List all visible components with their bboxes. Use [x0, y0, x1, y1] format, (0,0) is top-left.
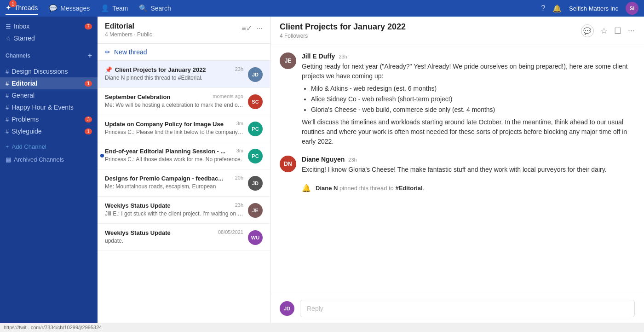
channel-name: Editorial — [105, 22, 152, 30]
thread-time: 23h — [235, 66, 243, 72]
channel-hash-icon: # — [6, 80, 9, 87]
reply-input[interactable] — [300, 300, 635, 317]
thread-item[interactable]: September Celebration moments ago Me: We… — [98, 88, 270, 115]
happyhour-label: Happy Hour & Events — [12, 104, 92, 111]
thread-item-content: 📌 Client Projects for January 2022 23h D… — [105, 66, 243, 81]
thread-time: 23h — [235, 202, 243, 208]
thread-detail: Client Projects for January 2022 4 Follo… — [270, 17, 644, 323]
thread-preview: Me: We will be hosting a celebration to … — [105, 102, 243, 108]
message-text: Getting ready for next year ("Already?" … — [302, 62, 635, 146]
thread-avatar: SC — [248, 94, 263, 109]
nav-search-label: Search — [150, 5, 171, 12]
reply-avatar: JD — [280, 301, 294, 316]
thread-avatar: JD — [248, 176, 263, 191]
thread-detail-title: Client Projects for January 2022 — [280, 22, 406, 32]
message-group: JE Jill E Duffy 23h Getting ready for ne… — [280, 52, 635, 146]
add-channel-button[interactable]: + Add Channel — [0, 141, 98, 152]
nav-right: ? 🔔 Selfish Matters Inc SI — [541, 2, 638, 15]
message-list: Milo & Atkins - web redesign (est. 6 mon… — [311, 84, 635, 115]
comment-icon[interactable]: 💬 — [581, 24, 594, 37]
sidebar-item-styleguide[interactable]: # Styleguide 1 — [0, 125, 98, 137]
user-avatar[interactable]: SI — [626, 2, 638, 15]
thread-list-header-left: Editorial 4 Members · Public — [105, 22, 152, 38]
edit-detail-icon[interactable]: ☐ — [614, 26, 621, 36]
star-outline-icon[interactable]: ☆ — [600, 26, 608, 36]
thread-item[interactable]: Designs for Premio Campaign - feedbac...… — [98, 169, 270, 197]
thread-detail-actions: 💬 ☆ ☐ ··· — [581, 24, 635, 37]
thread-item-header: Update on Company Policy for Image Use 3… — [105, 121, 243, 128]
styleguide-label: Styleguide — [12, 128, 82, 135]
channel-hash-icon: # — [6, 116, 9, 123]
channels-list: # Design Discussions # Editorial 1 # Gen… — [0, 62, 98, 141]
nav-messages[interactable]: 💬 Messages — [49, 2, 90, 14]
pin-text: Diane N pinned this thread to #Editorial… — [316, 185, 424, 192]
thread-reply-box: JD — [270, 294, 644, 323]
pinner-name: Diane N — [316, 185, 338, 192]
sidebar-item-archived[interactable]: ▤ Archived Channels — [0, 152, 98, 167]
thread-detail-header-left: Client Projects for January 2022 4 Follo… — [280, 22, 406, 39]
sidebar-item-inbox[interactable]: ☰ Inbox 7 — [0, 20, 98, 32]
thread-item-header: Weeklys Status Update 23h — [105, 202, 243, 209]
thread-list-panel: Editorial 4 Members · Public ≡✓ ··· ✏ Ne… — [98, 17, 270, 323]
thread-preview: Diane N pinned this thread to #Editorial… — [105, 75, 243, 81]
channels-header: Channels + — [0, 48, 98, 62]
sidebar-item-general[interactable]: # General ··· — [0, 89, 98, 101]
nav-search[interactable]: 🔍 Search — [139, 2, 171, 14]
detail-more-icon[interactable]: ··· — [628, 26, 635, 35]
nav-team-label: Team — [112, 5, 128, 12]
thread-title: 📌 Client Projects for January 2022 — [105, 66, 231, 73]
archived-label: Archived Channels — [14, 156, 64, 163]
check-lines-icon[interactable]: ≡✓ — [242, 24, 252, 33]
channel-hash-icon: # — [6, 68, 9, 75]
archive-icon: ▤ — [6, 156, 11, 163]
design-label: Design Discussions — [12, 68, 92, 75]
channel-hash-icon: # — [6, 92, 9, 99]
thread-item[interactable]: End-of-year Editorial Planning Session -… — [98, 142, 270, 169]
nav-team[interactable]: 👤 Team — [101, 2, 128, 14]
message-time: 23h — [339, 54, 347, 59]
search-icon: 🔍 — [139, 4, 148, 12]
thread-list-header-actions: ≡✓ ··· — [242, 24, 263, 33]
edit-icon: ✏ — [105, 48, 110, 56]
thread-title: Weeklys Status Update — [105, 229, 214, 236]
sidebar-item-starred[interactable]: ☆ Starred — [0, 32, 98, 44]
channels-header-label: Channels — [6, 52, 30, 59]
thread-time: 3m — [236, 148, 243, 153]
nav-threads[interactable]: ✦ Threads 1 — [6, 2, 38, 15]
message-text: Exciting! I know Gloria's Cheese! The ma… — [302, 165, 635, 175]
thread-avatar: WU — [248, 230, 263, 245]
thread-item[interactable]: Update on Company Policy for Image Use 3… — [98, 115, 270, 142]
message-avatar: JE — [280, 52, 296, 69]
message-header: Diane Nguyen 23h — [302, 156, 635, 163]
thread-messages: JE Jill E Duffy 23h Getting ready for ne… — [270, 45, 644, 294]
status-url: https://twit...com/r/7334/ch/10299/j/299… — [4, 325, 102, 330]
help-icon[interactable]: ? — [541, 4, 545, 12]
message-header: Jill E Duffy 23h — [302, 52, 635, 60]
channel-hash-icon: # — [6, 128, 9, 135]
thread-detail-header: Client Projects for January 2022 4 Follo… — [270, 17, 644, 45]
nav-messages-label: Messages — [60, 5, 90, 12]
new-thread-button[interactable]: ✏ New thread — [98, 44, 270, 61]
message-avatar: DN — [280, 156, 296, 172]
thread-item[interactable]: Weeklys Status Update 08/05/2021 update.… — [98, 224, 270, 251]
thread-item-content: Designs for Premio Campaign - feedbac...… — [105, 175, 243, 190]
thread-list: 📌 Client Projects for January 2022 23h D… — [98, 61, 270, 323]
sidebar-main-section: ☰ Inbox 7 ☆ Starred — [0, 17, 98, 48]
thread-avatar: JD — [248, 67, 263, 82]
thread-item[interactable]: 📌 Client Projects for January 2022 23h D… — [98, 61, 270, 88]
user-name: Selfish Matters Inc — [569, 5, 618, 12]
bell-icon[interactable]: 🔔 — [552, 4, 562, 13]
thread-title: Designs for Premio Campaign - feedbac... — [105, 175, 231, 182]
thread-list-more-icon[interactable]: ··· — [257, 24, 263, 33]
editorial-badge: 1 — [85, 81, 92, 87]
thread-title: September Celebration — [105, 93, 209, 100]
sidebar-item-problems[interactable]: # Problems 3 — [0, 113, 98, 125]
thread-item[interactable]: Weeklys Status Update 23h Jill E.: I got… — [98, 197, 270, 224]
add-channel-icon[interactable]: + — [88, 52, 92, 60]
sidebar-item-design[interactable]: # Design Discussions — [0, 65, 98, 77]
sidebar-item-editorial[interactable]: # Editorial 1 — [0, 77, 98, 89]
threads-badge: 1 — [9, 0, 17, 7]
channel-meta: 4 Members · Public — [105, 31, 152, 38]
pin-icon: 📌 — [105, 66, 112, 73]
sidebar-item-happyhour[interactable]: # Happy Hour & Events ··· — [0, 101, 98, 113]
